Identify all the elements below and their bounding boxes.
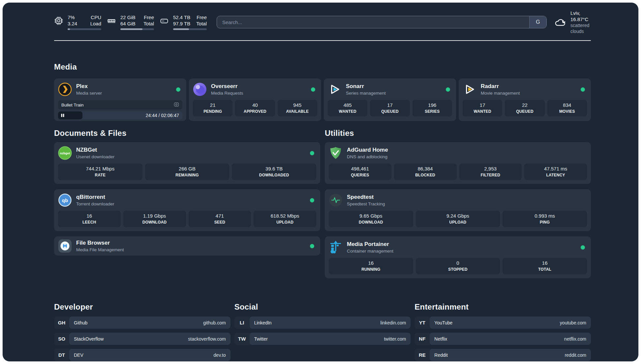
service-name: File Browser: [76, 239, 124, 246]
service-description: Media File Management: [76, 247, 124, 253]
service-card-media-portainer[interactable]: Media Portainer Container management 16R…: [325, 236, 591, 278]
service-description: Speedtest Tracking: [347, 201, 385, 207]
status-dot: [581, 87, 585, 92]
bookmark-name: DEV: [74, 352, 83, 358]
bookmark-url: youtube.com: [560, 320, 586, 325]
weather-condition: scattered clouds: [570, 22, 591, 34]
metric-label: Total: [141, 20, 154, 27]
search-input[interactable]: [217, 16, 529, 28]
stat-tile: 471SEED: [189, 211, 251, 227]
weather-widget: Lviv, 16.87°C scattered clouds: [554, 10, 591, 34]
bookmark-url: reddit.com: [565, 352, 586, 358]
bookmark-group-developer: Developer GH Github github.com SO StackO…: [54, 302, 230, 362]
bookmark-abbr: SO: [54, 333, 69, 345]
stat-tile: 47.571 msLATENCY: [524, 164, 587, 180]
cpu-icon: [54, 16, 63, 25]
bookmark-reddit[interactable]: RE Reddit reddit.com: [414, 349, 591, 361]
qbittorrent-logo-icon: qb: [58, 193, 72, 207]
service-card-nzbget[interactable]: nzbget NZBGet Usenet downloader 744.21 M…: [54, 142, 320, 184]
now-playing-title: Bullet Train: [61, 103, 84, 107]
top-bar: 7% 3.24 CPU Load: [54, 13, 591, 32]
search-bar[interactable]: G: [217, 16, 547, 28]
service-card-speedtest[interactable]: Speedtest Speedtest Tracking 9.65 GbpsDO…: [325, 189, 591, 231]
plex-logo-icon: [58, 82, 72, 96]
svg-text:qb: qb: [62, 197, 68, 203]
stat-tile: 17QUEUED: [370, 100, 410, 116]
section-title-social: Social: [234, 302, 411, 312]
service-name: qBittorrent: [76, 194, 114, 200]
search-provider-button[interactable]: G: [529, 16, 546, 28]
service-description: Torrent downloader: [76, 201, 114, 207]
status-dot: [311, 87, 315, 92]
service-card-radarr[interactable]: Radarr Movie management 17WANTED 22QUEUE…: [459, 78, 591, 121]
service-card-adguard-home[interactable]: AdGuard Home DNS and adblocking 498,461Q…: [325, 142, 591, 184]
metric-value: 3.24: [68, 20, 85, 27]
stat-tile: 21PENDING: [193, 100, 232, 116]
bookmark-url: netflix.com: [564, 336, 586, 342]
metric-value: 7%: [68, 14, 85, 20]
section-title-media: Media: [54, 62, 591, 72]
status-dot: [310, 198, 314, 202]
stat-tile: 0.993 msPING: [503, 211, 587, 227]
stat-tile: 2,953FILTERED: [459, 164, 522, 180]
speedtest-logo-icon: [329, 193, 343, 207]
section-title-utilities: Utilities: [325, 128, 591, 138]
overseerr-logo-icon: [193, 82, 207, 96]
service-description: DNS and adblocking: [347, 154, 388, 160]
bookmark-name: Twitter: [254, 336, 268, 342]
bookmark-linkedin[interactable]: LI LinkedIn linkedin.com: [234, 317, 411, 329]
bookmark-group-social: Social LI LinkedIn linkedin.com TW Twitt…: [234, 302, 411, 362]
bookmark-netflix[interactable]: NF Netflix netflix.com: [414, 333, 591, 345]
header-divider: [54, 40, 591, 41]
service-name: Speedtest: [347, 194, 385, 200]
service-name: Sonarr: [346, 83, 386, 90]
status-dot: [310, 151, 314, 155]
stat-tile: 86,384BLOCKED: [394, 164, 457, 180]
bookmark-github[interactable]: GH Github github.com: [54, 317, 230, 329]
bookmark-abbr: RE: [414, 349, 430, 361]
stat-tile: 9.65 GbpsDOWNLOAD: [329, 211, 413, 227]
stat-tile: 834MOVIES: [547, 100, 587, 116]
metric-value: 97.9 TB: [173, 20, 191, 27]
bookmark-stackoverflow[interactable]: SO StackOverflow stackoverflow.com: [54, 333, 230, 345]
memory-icon: [107, 16, 116, 25]
bookmark-group-entertainment: Entertainment YT YouTube youtube.com NF …: [414, 302, 591, 362]
bookmark-name: YouTube: [434, 320, 452, 325]
service-card-overseerr[interactable]: Overseerr Media Requests 21PENDING 40APP…: [189, 78, 321, 121]
memory-progress-bar: [120, 28, 154, 30]
metric-label: Total: [194, 20, 207, 27]
service-description: Series management: [346, 90, 386, 96]
stat-tile: 39.6 TBDOWNLOADED: [232, 164, 316, 180]
metric-memory: 22 GiB 64 GiB Free Total: [107, 14, 154, 30]
bookmark-dev[interactable]: DT DEV dev.to: [54, 349, 230, 361]
service-card-plex[interactable]: Plex Media server Bullet Train: [54, 78, 186, 121]
metric-value: 64 GiB: [120, 20, 138, 27]
bookmark-abbr: LI: [234, 317, 250, 329]
bookmark-twitter[interactable]: TW Twitter twitter.com: [234, 333, 411, 345]
service-card-file-browser[interactable]: File Browser Media File Management: [54, 236, 320, 256]
nzbget-logo-icon: nzbget: [58, 146, 72, 160]
bookmark-url: twitter.com: [384, 336, 406, 342]
stat-tile: 16TOTAL: [503, 258, 587, 274]
sonarr-logo-icon: [328, 82, 342, 96]
stat-tile: 1.19 GbpsDOWNLOAD: [123, 211, 186, 227]
service-name: AdGuard Home: [347, 146, 388, 153]
stat-tile: 744.21 MbpsRATE: [58, 164, 142, 180]
radarr-logo-icon: [463, 82, 476, 96]
service-description: Container management: [347, 248, 393, 254]
section-title-developer: Developer: [54, 302, 230, 312]
now-playing-time: 24:44 / 02:06:47: [146, 113, 182, 118]
status-dot: [446, 87, 450, 92]
metric-value: 52.4 TB: [173, 14, 191, 20]
bookmark-url: dev.to: [214, 352, 226, 358]
service-card-sonarr[interactable]: Sonarr Series management 485WANTED 17QUE…: [324, 78, 456, 121]
dashboard-root: 7% 3.24 CPU Load: [2, 2, 639, 362]
bookmark-abbr: GH: [54, 317, 69, 329]
stat-tile: 498,461QUERIES: [329, 164, 391, 180]
service-card-qbittorrent[interactable]: qb qBittorrent Torrent downloader 16LEEC…: [54, 189, 320, 231]
stat-tile: 40APPROVED: [235, 100, 275, 116]
metric-label: Free: [194, 14, 207, 20]
storage-icon: [160, 16, 169, 25]
bookmark-youtube[interactable]: YT YouTube youtube.com: [414, 317, 591, 329]
stat-tile: 485WANTED: [328, 100, 367, 116]
